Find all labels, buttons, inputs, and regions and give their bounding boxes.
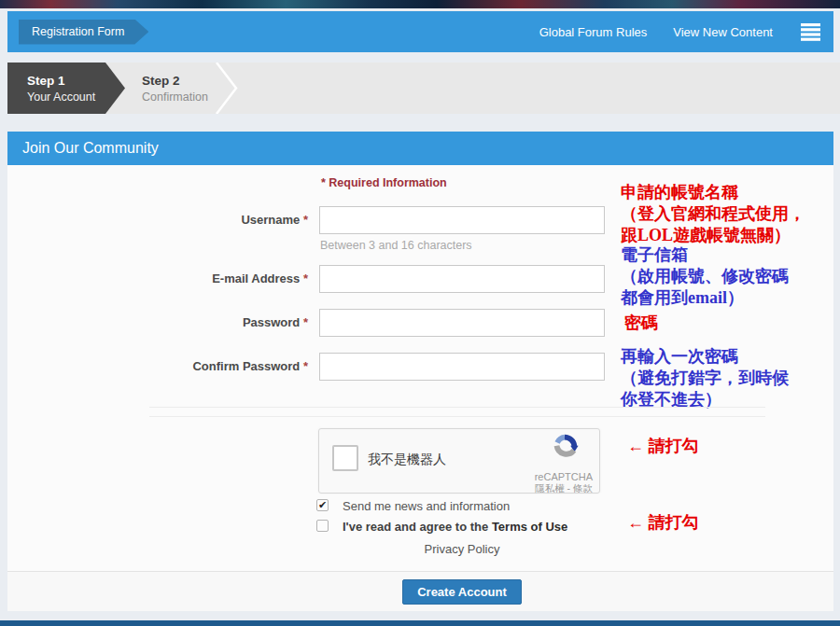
newsletter-checkbox[interactable]: ✔ (316, 499, 329, 511)
recaptcha-brand-text: reCAPTCHA (535, 471, 593, 482)
terms-of-use-link[interactable]: Terms of Use (492, 520, 567, 534)
annotation-username: 申請的帳號名稱 （登入官網和程式使用， 跟LOL遊戲帳號無關） (621, 182, 805, 246)
registration-panel: Join Our Community * Required Informatio… (7, 132, 833, 611)
required-asterisk: * (303, 271, 308, 285)
annotation-email: 電子信箱 （啟用帳號、修改密碼 都會用到email） (621, 244, 789, 309)
confirm-password-input[interactable] (319, 353, 605, 381)
privacy-policy-link[interactable]: Privacy Policy (319, 542, 605, 556)
check-icon: ✔ (318, 499, 327, 510)
confirm-password-label: Confirm Password * (7, 353, 308, 381)
step-2-confirmation: Step 2 Confirmation (142, 63, 208, 114)
page-title: Join Our Community (22, 140, 159, 157)
recaptcha-label: 我不是機器人 (368, 452, 446, 468)
newsletter-label: Send me news and information (343, 499, 510, 513)
top-nav-bar: Registration Form Global Forum Rules Vie… (7, 11, 833, 52)
recaptcha-logo-icon (551, 433, 579, 465)
chevron-separator-icon (215, 63, 239, 118)
step-2-subtitle: Confirmation (142, 90, 208, 104)
required-asterisk: * (303, 359, 308, 373)
recaptcha-checkbox[interactable] (332, 445, 358, 471)
username-hint: Between 3 and 16 characters (320, 239, 472, 252)
password-label: Password * (7, 309, 308, 337)
step-2-title: Step 2 (142, 74, 208, 88)
step-1-your-account[interactable]: Step 1 Your Account (7, 63, 125, 114)
bottom-accent-bar (0, 620, 840, 626)
username-input[interactable] (319, 206, 605, 234)
email-label: E-mail Address * (7, 265, 308, 293)
recaptcha-widget: 我不是機器人 reCAPTCHA 隱私權 - 條款 (318, 428, 600, 494)
panel-header: Join Our Community (7, 132, 833, 165)
menu-icon[interactable] (801, 23, 820, 41)
recaptcha-privacy-terms-links[interactable]: 隱私權 - 條款 (535, 482, 593, 495)
annotation-captcha-check: ← 請打勾 (627, 436, 699, 457)
registration-form-body: * Required Information Username * Betwee… (7, 165, 833, 571)
step-1-subtitle: Your Account (27, 90, 125, 104)
submit-area: Create Account (319, 579, 605, 605)
create-account-button[interactable]: Create Account (402, 579, 522, 605)
required-information-note: * Required Information (321, 176, 447, 189)
header-artwork (0, 0, 840, 8)
terms-checkbox[interactable] (316, 520, 329, 532)
terms-label: I've read and agree to the Terms of Use (343, 520, 567, 534)
link-view-new-content[interactable]: View New Content (673, 25, 773, 39)
annotation-terms-check: ← 請打勾 (627, 512, 699, 534)
email-input[interactable] (319, 265, 605, 293)
breadcrumb-registration-form[interactable]: Registration Form (19, 20, 148, 45)
link-global-forum-rules[interactable]: Global Forum Rules (539, 25, 648, 39)
panel-footer: Create Account (7, 571, 833, 611)
password-input[interactable] (319, 309, 605, 337)
nav-links: Global Forum Rules View New Content (513, 23, 820, 41)
required-asterisk: * (303, 315, 308, 329)
required-asterisk: * (303, 213, 308, 227)
section-divider (149, 407, 765, 408)
step-progress-bar: Step 1 Your Account Step 2 Confirmation (7, 63, 840, 114)
username-label: Username * (7, 206, 308, 234)
annotation-confirm-password: 再輸入一次密碼 （避免打錯字，到時候 你登不進去） (621, 346, 789, 410)
annotation-password: 密碼 (624, 313, 658, 334)
step-1-title: Step 1 (27, 74, 125, 88)
section-divider (149, 416, 765, 417)
